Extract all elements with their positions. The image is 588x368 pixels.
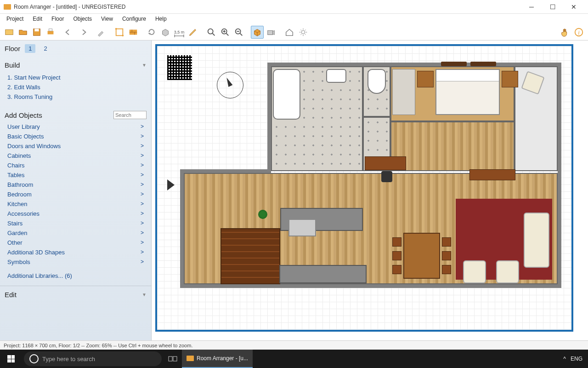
furniture-kitchen-sink[interactable]	[288, 219, 316, 236]
furniture-dining-chair[interactable]	[392, 237, 401, 247]
undo-button[interactable]	[62, 26, 75, 39]
save-button[interactable]	[30, 26, 43, 39]
furniture-sink[interactable]	[326, 69, 346, 83]
edit-walls-button[interactable]	[113, 26, 126, 39]
furniture-tv-unit[interactable]	[469, 169, 515, 180]
3d-box-button[interactable]	[159, 26, 172, 39]
cat-3d-shapes[interactable]: Additional 3D Shapes>	[7, 247, 144, 257]
svg-rect-24	[268, 30, 273, 34]
svg-rect-2	[34, 29, 39, 31]
cat-tables[interactable]: Tables>	[7, 170, 144, 180]
room-bedroom-lower[interactable]	[390, 121, 514, 171]
chevron-down-icon: ▼	[142, 63, 147, 68]
language-indicator[interactable]: ENG	[571, 356, 582, 362]
taskbar-app-room-arranger[interactable]: Room Arranger - [u...	[182, 350, 253, 368]
menu-help[interactable]: Help	[151, 15, 171, 23]
furniture-desk[interactable]	[365, 156, 406, 170]
rotate-button[interactable]	[145, 26, 158, 39]
zoom-fit-button[interactable]	[205, 26, 218, 39]
cat-stairs[interactable]: Stairs>	[7, 218, 144, 228]
furniture-armchair[interactable]	[463, 260, 486, 283]
cat-accessories[interactable]: Accessories>	[7, 209, 144, 218]
3d-view-button[interactable]	[251, 26, 264, 39]
furniture-armchair[interactable]	[496, 260, 519, 283]
cat-garden[interactable]: Garden>	[7, 228, 144, 238]
camera-button[interactable]	[265, 26, 277, 39]
furniture-sofa[interactable]	[524, 213, 549, 268]
settings-gear-button[interactable]	[297, 26, 310, 39]
furniture-plant[interactable]	[258, 210, 267, 219]
floor-tab-1[interactable]: 1	[25, 44, 35, 53]
zoom-in-button[interactable]	[219, 26, 232, 39]
print-button[interactable]	[44, 26, 57, 39]
svg-rect-5	[116, 29, 123, 35]
floor-plan-canvas[interactable]	[155, 44, 573, 332]
build-rooms-tuning[interactable]: 3. Rooms Tuning	[7, 92, 144, 102]
taskbar-search[interactable]: Type here to search	[24, 351, 162, 366]
menu-view[interactable]: View	[96, 15, 118, 23]
furniture-wardrobe[interactable]	[392, 69, 415, 115]
cat-cabinets[interactable]: Cabinets>	[7, 151, 144, 161]
open-button[interactable]	[17, 26, 29, 39]
system-tray[interactable]: ^ ENG	[558, 356, 588, 362]
edit-header[interactable]: Edit ▼	[5, 288, 147, 301]
build-edit-walls[interactable]: 2. Edit Walls	[7, 82, 144, 92]
cat-user-library[interactable]: User Library>	[7, 122, 144, 132]
cat-doors-windows[interactable]: Doors and Windows>	[7, 141, 144, 151]
floor-plan	[180, 63, 561, 288]
task-view-button[interactable]	[164, 350, 182, 368]
sidebar: Floor 1 2 Build ▼ 1. Start New Project 2…	[0, 40, 152, 340]
tray-chevron-icon[interactable]: ^	[563, 356, 566, 362]
menu-edit[interactable]: Edit	[28, 15, 47, 23]
furniture-toilet[interactable]	[368, 69, 386, 94]
furniture-kitchen-counter[interactable]	[279, 265, 367, 283]
build-start-new[interactable]: 1. Start New Project	[7, 73, 144, 82]
new-project-button[interactable]	[3, 26, 16, 39]
minimize-button[interactable]: ─	[521, 0, 542, 14]
info-button[interactable]: i	[572, 26, 585, 39]
cat-basic-objects[interactable]: Basic Objects>	[7, 132, 144, 141]
svg-text:i: i	[578, 29, 580, 35]
furniture-bathtub[interactable]	[273, 69, 300, 120]
furniture-headboard[interactable]	[470, 62, 496, 66]
build-header[interactable]: Build ▼	[5, 58, 147, 72]
cat-kitchen[interactable]: Kitchen>	[7, 199, 144, 209]
svg-line-23	[240, 33, 243, 35]
cat-other[interactable]: Other>	[7, 238, 144, 247]
furniture-dining-chair[interactable]	[442, 251, 451, 260]
redo-button[interactable]	[76, 26, 89, 39]
furniture-nightstand[interactable]	[502, 71, 518, 87]
furniture-dining-chair[interactable]	[442, 265, 451, 274]
menu-configure[interactable]: Configure	[118, 15, 151, 23]
cat-bedroom[interactable]: Bedroom>	[7, 190, 144, 199]
furniture-bed[interactable]	[435, 69, 500, 115]
furniture-dining-chair[interactable]	[392, 251, 401, 260]
menu-floor[interactable]: Floor	[47, 15, 68, 23]
cat-chairs[interactable]: Chairs>	[7, 161, 144, 170]
house-button[interactable]	[283, 26, 296, 39]
stairs[interactable]	[220, 228, 280, 284]
start-button[interactable]	[0, 350, 22, 368]
pencil-button[interactable]	[187, 26, 199, 39]
cat-bathroom[interactable]: Bathroom>	[7, 180, 144, 190]
search-input[interactable]	[113, 111, 147, 119]
furniture-desk-chair[interactable]	[381, 171, 392, 182]
floor-tab-2[interactable]: 2	[40, 44, 51, 53]
close-button[interactable]: ✕	[563, 0, 584, 14]
hand-button[interactable]	[559, 26, 571, 39]
wall-texture-button[interactable]	[127, 26, 140, 39]
svg-rect-0	[6, 29, 13, 34]
brush-button[interactable]	[95, 26, 107, 39]
additional-libraries-link[interactable]: Additional Libraries... (6)	[5, 268, 147, 284]
zoom-out-button[interactable]	[232, 26, 245, 39]
menu-project[interactable]: Project	[2, 15, 28, 23]
maximize-button[interactable]: ☐	[542, 0, 563, 14]
cat-symbols[interactable]: Symbols>	[7, 257, 144, 267]
distance-button[interactable]: 3,5 m	[173, 26, 186, 39]
furniture-nightstand[interactable]	[417, 71, 434, 87]
menu-objects[interactable]: Objects	[68, 15, 96, 23]
furniture-dining-chair[interactable]	[442, 237, 451, 247]
furniture-headboard[interactable]	[441, 62, 467, 66]
furniture-dining-chair[interactable]	[392, 265, 401, 274]
furniture-dining-table[interactable]	[403, 233, 440, 279]
